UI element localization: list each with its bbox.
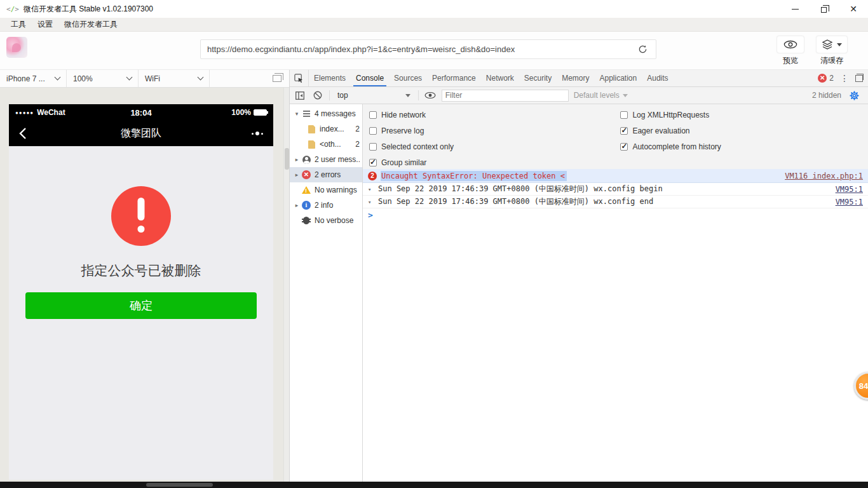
expand-icon[interactable]: ▾ — [368, 186, 374, 193]
sidebar-item-file-other[interactable]: <oth... 2 — [290, 137, 362, 152]
toolbar: 预览 清缓存 — [0, 32, 868, 70]
console-log-row[interactable]: ▾ Sun Sep 22 2019 17:46:39 GMT+0800 (中国标… — [363, 196, 868, 208]
tab-network[interactable]: Network — [481, 70, 519, 86]
setting-autocomplete[interactable]: Autocomplete from history — [620, 139, 721, 154]
signal-dots-icon: ●●●●● — [15, 110, 34, 116]
console-settings-button[interactable] — [848, 89, 860, 102]
console-sidebar-toggle[interactable] — [294, 89, 306, 102]
console-log-row[interactable]: ▾ Sun Sep 22 2019 17:46:39 GMT+0800 (中国标… — [363, 183, 868, 196]
eye-icon — [424, 92, 436, 99]
error-count-badge: 2 — [368, 172, 377, 180]
gear-icon — [850, 91, 859, 100]
device-select[interactable]: iPhone 7 ... — [0, 70, 67, 87]
source-link[interactable]: VM116 index.php:1 — [772, 172, 863, 180]
tab-elements[interactable]: Elements — [309, 70, 351, 86]
sidebar-item-warnings[interactable]: No warnings — [290, 182, 362, 198]
source-link[interactable]: VM95:1 — [823, 185, 863, 194]
sidebar-toggle-icon — [295, 92, 304, 100]
expand-icon[interactable]: ▸ — [294, 202, 300, 208]
console-toolbar: top Default levels 2 hidden — [290, 87, 868, 104]
clear-console-button[interactable] — [311, 89, 324, 102]
setting-group-similar[interactable]: Group similar — [369, 154, 454, 170]
checkbox[interactable] — [369, 127, 377, 135]
live-expression-button[interactable] — [424, 89, 437, 102]
more-menu-icon[interactable] — [252, 132, 263, 135]
menu-devtools[interactable]: 微信开发者工具 — [58, 18, 123, 31]
filter-input[interactable] — [442, 90, 569, 102]
console-sidebar: ▾ 4 messages index... 2 <oth... 2 ▸ — [290, 104, 363, 482]
phone-status-bar: ●●●●● WeChat 18:04 100% — [9, 104, 273, 121]
zoom-select[interactable]: 100% — [67, 70, 139, 87]
checkbox[interactable] — [369, 111, 377, 119]
bottom-scrollbar[interactable] — [0, 482, 868, 488]
expand-icon[interactable]: ▾ — [368, 199, 374, 205]
setting-eager-evaluation[interactable]: Eager evaluation — [620, 123, 721, 139]
tab-application[interactable]: Application — [595, 70, 642, 86]
console-error-row[interactable]: 2 Uncaught SyntaxError: Unexpected token… — [363, 169, 868, 183]
checkbox[interactable] — [369, 143, 377, 151]
eye-icon — [783, 40, 797, 49]
checkbox[interactable] — [620, 111, 628, 119]
chevron-down-icon — [623, 94, 628, 97]
hidden-messages-count: 2 hidden — [812, 91, 841, 100]
refresh-button[interactable] — [635, 43, 649, 57]
preview-label: 预览 — [783, 55, 798, 66]
scrollbar-thumb[interactable] — [285, 148, 289, 170]
expand-icon[interactable]: ▸ — [294, 172, 300, 178]
tab-security[interactable]: Security — [519, 70, 557, 86]
user-avatar[interactable] — [6, 37, 27, 58]
tab-audits[interactable]: Audits — [642, 70, 673, 86]
sidebar-item-file-index[interactable]: index... 2 — [290, 121, 362, 137]
sidebar-item-verbose[interactable]: No verbose — [290, 213, 362, 228]
close-button[interactable]: ✕ — [839, 0, 868, 18]
refresh-icon — [638, 44, 648, 54]
checkbox[interactable] — [620, 127, 628, 135]
sidebar-item-errors[interactable]: ▸ ✕ 2 errors — [290, 167, 362, 182]
layers-icon — [822, 39, 833, 50]
checkbox[interactable] — [620, 143, 628, 151]
scrollbar-thumb[interactable] — [146, 483, 213, 487]
tab-performance[interactable]: Performance — [427, 70, 481, 86]
log-levels-select[interactable]: Default levels — [574, 91, 628, 100]
confirm-button[interactable]: 确定 — [25, 292, 257, 319]
simulator-scrollbar[interactable] — [283, 88, 289, 482]
sidebar-item-user-messages[interactable]: ▸ 2 user mess... — [290, 152, 362, 167]
sidebar-item-all-messages[interactable]: ▾ 4 messages — [290, 106, 362, 121]
title-bar: </> 微信开发者工具 Stable v1.02.1907300 ✕ — [0, 0, 868, 18]
error-count-button[interactable]: ✕ 2 — [818, 74, 834, 83]
float-window-icon[interactable] — [273, 75, 281, 82]
clear-cache-button[interactable]: 清缓存 — [816, 36, 848, 66]
menu-settings[interactable]: 设置 — [32, 18, 58, 31]
dock-side-icon[interactable] — [855, 75, 863, 82]
app-logo-icon: </> — [6, 5, 19, 13]
back-icon[interactable] — [19, 127, 27, 140]
context-select[interactable]: top — [335, 91, 413, 100]
devtools-panel: Elements Console Sources Performance Net… — [289, 70, 868, 482]
user-icon — [302, 156, 311, 164]
tab-memory[interactable]: Memory — [557, 70, 594, 86]
menu-tools[interactable]: 工具 — [5, 18, 32, 31]
inspect-element-button[interactable] — [290, 70, 309, 86]
expand-icon[interactable]: ▸ — [294, 156, 300, 163]
setting-selected-context[interactable]: Selected context only — [369, 139, 454, 154]
checkbox[interactable] — [369, 159, 377, 166]
sidebar-item-info[interactable]: ▸ i 2 info — [290, 198, 362, 213]
restore-icon — [821, 7, 827, 13]
console-prompt[interactable]: > — [363, 208, 868, 221]
url-input[interactable] — [207, 44, 635, 54]
devtools-menu-icon[interactable]: ⋮ — [840, 73, 849, 83]
setting-preserve-log[interactable]: Preserve log — [369, 123, 454, 139]
setting-log-xhr[interactable]: Log XMLHttpRequests — [620, 107, 721, 123]
preview-button[interactable]: 预览 — [776, 36, 804, 66]
devtools-tab-bar: Elements Console Sources Performance Net… — [290, 70, 868, 87]
setting-hide-network[interactable]: Hide network — [369, 107, 454, 123]
restore-button[interactable] — [810, 0, 839, 18]
tab-console[interactable]: Console — [351, 70, 389, 86]
expand-icon[interactable]: ▾ — [294, 111, 300, 117]
minimize-button[interactable] — [780, 0, 810, 18]
clear-console-icon — [313, 91, 322, 100]
device-bar: iPhone 7 ... 100% WiFi — [0, 70, 289, 88]
source-link[interactable]: VM95:1 — [823, 198, 863, 207]
tab-sources[interactable]: Sources — [389, 70, 427, 86]
network-select[interactable]: WiFi — [139, 70, 210, 87]
